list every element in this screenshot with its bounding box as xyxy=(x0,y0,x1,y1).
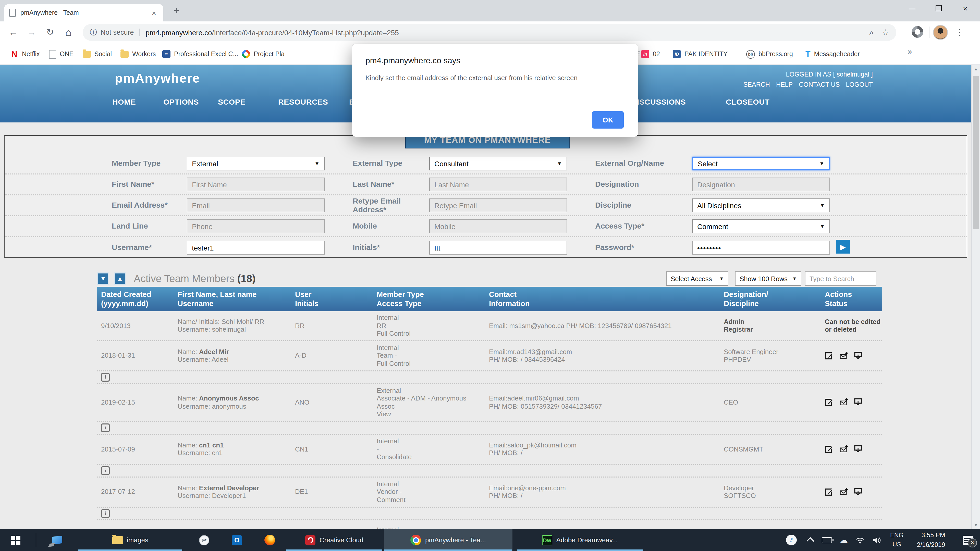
nav-closeout[interactable]: CLOSEOUT xyxy=(726,97,770,106)
resend-email-icon[interactable] xyxy=(839,445,848,454)
tray-battery-button[interactable] xyxy=(819,529,835,551)
taskbar-images-button[interactable]: images xyxy=(78,529,183,551)
nav-home[interactable]: HOME xyxy=(112,97,136,106)
scrollbar-thumb[interactable] xyxy=(973,76,979,229)
member-type-select[interactable]: External▼ xyxy=(187,157,325,170)
scroll-up-icon[interactable]: ▲ xyxy=(972,65,980,73)
window-restore-button[interactable] xyxy=(927,0,950,16)
tray-onedrive-button[interactable]: ☁ xyxy=(836,529,851,551)
bookmark-social-folder[interactable]: Social xyxy=(83,48,112,60)
bookmark-excel[interactable]: ⌗Professional Excel C... xyxy=(162,48,239,60)
bookmark-bbpress[interactable]: bbbbPress.org xyxy=(746,48,793,60)
forward-icon[interactable]: → xyxy=(24,25,39,39)
bookmark-project[interactable]: Project Pla xyxy=(242,48,285,60)
submit-button[interactable]: ▶ xyxy=(836,240,850,254)
access-type-select[interactable]: Comment▼ xyxy=(692,219,830,233)
login-as-icon[interactable] xyxy=(854,487,862,496)
discipline-select[interactable]: All Disciplines▼ xyxy=(692,198,830,212)
login-as-icon[interactable] xyxy=(854,398,862,407)
external-org-select[interactable]: Select▼ xyxy=(692,157,830,170)
col-header[interactable]: Designation/ Discipline xyxy=(720,290,821,308)
taskbar-desktop-button[interactable] xyxy=(42,529,73,551)
retype-email-field[interactable] xyxy=(429,198,567,212)
not-secure-icon[interactable]: ⓘ xyxy=(90,28,97,37)
search-link[interactable]: SEARCH xyxy=(743,81,770,88)
page-scrollbar[interactable]: ▲ ▼ xyxy=(971,65,980,529)
land-line-field[interactable] xyxy=(187,219,325,233)
email-field[interactable] xyxy=(187,198,325,212)
tray-volume-button[interactable] xyxy=(869,529,885,551)
first-name-field[interactable] xyxy=(187,178,325,191)
tray-wifi-button[interactable] xyxy=(853,529,868,551)
contact-link[interactable]: CONTACT US xyxy=(799,81,840,88)
action-center-button[interactable]: 3 xyxy=(958,529,978,551)
taskbar-snipping-button[interactable]: ✂ xyxy=(190,529,218,551)
collapse-button[interactable]: ▼ xyxy=(97,272,109,285)
nav-options[interactable]: OPTIONS xyxy=(163,97,199,106)
bookmarks-overflow-icon[interactable]: » xyxy=(907,47,912,56)
resend-email-icon[interactable] xyxy=(839,351,848,360)
tab-close-icon[interactable]: × xyxy=(150,8,158,17)
col-header[interactable]: First Name, Last name Username xyxy=(173,290,291,308)
mobile-field[interactable] xyxy=(429,219,567,233)
back-icon[interactable]: ← xyxy=(6,25,21,39)
login-as-icon[interactable] xyxy=(854,351,862,360)
address-bar[interactable]: ⓘ Not secure pm4.pmanywhere.co/Interface… xyxy=(83,24,896,41)
home-icon[interactable]: ⌂ xyxy=(61,25,76,39)
start-button[interactable] xyxy=(0,529,32,551)
bookmark-pak-identity[interactable]: IDPAK IDENTITY xyxy=(673,48,728,60)
bookmark-netflix[interactable]: NNetflix xyxy=(10,48,40,60)
taskbar-dreamweaver-button[interactable]: Dw Adobe Dreamweav... xyxy=(517,529,643,551)
bookmark-messageheader[interactable]: TMessageheader xyxy=(805,48,860,60)
username-field[interactable] xyxy=(187,241,325,254)
login-as-icon[interactable] xyxy=(854,445,862,454)
new-tab-button[interactable]: + xyxy=(169,3,183,18)
help-link[interactable]: HELP xyxy=(776,81,793,88)
tray-language-button[interactable]: ENG US xyxy=(886,529,907,551)
col-header[interactable]: Actions Status xyxy=(821,290,882,308)
bookmark-one[interactable]: ONE xyxy=(49,48,73,60)
col-header[interactable]: Contact Information xyxy=(485,290,720,308)
taskbar-outlook-button[interactable]: O xyxy=(223,529,251,551)
table-search-input[interactable] xyxy=(805,272,877,286)
col-header[interactable]: Member Type Access Type xyxy=(372,290,485,308)
dialog-ok-button[interactable]: OK xyxy=(592,111,624,129)
scroll-down-icon[interactable]: ▼ xyxy=(972,521,980,529)
edit-icon[interactable] xyxy=(825,351,834,360)
taskbar-chrome-button[interactable]: pmAnywhere - Tea... xyxy=(384,529,512,551)
browser-tab[interactable]: pmAnywhere - Team × xyxy=(4,4,163,21)
nav-resources[interactable]: RESOURCES xyxy=(278,97,328,106)
resend-email-icon[interactable] xyxy=(839,487,848,496)
site-logo[interactable]: pmAnywhere xyxy=(115,71,200,86)
reload-icon[interactable]: ↻ xyxy=(43,25,57,39)
logout-link[interactable]: LOGOUT xyxy=(846,81,873,88)
col-header[interactable]: User Initials xyxy=(291,290,372,308)
show-rows-dropdown[interactable]: Show 100 Rows▼ xyxy=(735,272,801,286)
info-icon[interactable]: i xyxy=(101,509,110,518)
edit-icon[interactable] xyxy=(825,487,834,496)
taskbar-firefox-button[interactable] xyxy=(255,529,284,551)
info-icon[interactable]: i xyxy=(101,373,110,381)
designation-field[interactable] xyxy=(692,178,830,191)
edit-icon[interactable] xyxy=(825,445,834,454)
password-field[interactable] xyxy=(692,241,830,254)
tray-help-button[interactable]: ? xyxy=(782,529,800,551)
info-icon[interactable]: i xyxy=(101,424,110,432)
external-type-select[interactable]: Consultant▼ xyxy=(429,157,567,170)
taskbar-creative-cloud-button[interactable]: Creative Cloud xyxy=(286,529,383,551)
profile-avatar[interactable] xyxy=(933,25,948,40)
bookmark-workers-folder[interactable]: Workers xyxy=(121,48,156,60)
extension-icon[interactable] xyxy=(912,26,923,38)
nav-discussions[interactable]: DISCUSSIONS xyxy=(632,97,686,106)
bookmark-star-icon[interactable]: ☆ xyxy=(882,27,889,37)
edit-icon[interactable] xyxy=(825,398,834,407)
select-access-dropdown[interactable]: Select Access▼ xyxy=(666,272,729,286)
resend-email-icon[interactable] xyxy=(839,398,848,407)
bookmark-invision[interactable]: in02 xyxy=(641,48,660,60)
window-close-button[interactable]: × xyxy=(953,0,977,16)
expand-button[interactable]: ▲ xyxy=(114,272,126,285)
col-header[interactable]: Dated Created (yyyy.mm.dd) xyxy=(97,290,173,308)
zoom-icon[interactable]: ⌕ xyxy=(869,28,873,37)
last-name-field[interactable] xyxy=(429,178,567,191)
info-icon[interactable]: i xyxy=(101,466,110,475)
